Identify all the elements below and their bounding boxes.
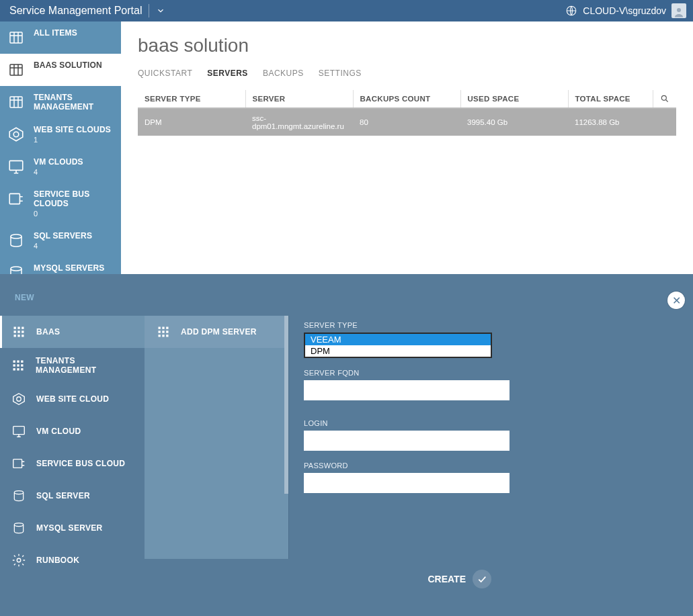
ov-cat-service-bus-cloud[interactable]: SERVICE BUS CLOUD [0, 447, 145, 480]
svg-rect-24 [17, 364, 19, 366]
ov-cat-vm-cloud[interactable]: VM CLOUD [0, 415, 145, 447]
service-bus-icon [11, 455, 27, 472]
svg-rect-26 [13, 368, 15, 370]
gear-icon [11, 552, 27, 568]
svg-point-33 [14, 523, 23, 527]
database-icon [11, 488, 27, 504]
top-bar: Service Management Portal CLOUD-V\sgruzd… [0, 0, 693, 21]
ov-cat-label: BAAS [36, 327, 60, 337]
avatar[interactable] [671, 3, 686, 18]
svg-rect-42 [162, 335, 164, 337]
tab-servers[interactable]: SERVERS [207, 69, 248, 78]
svg-rect-7 [9, 193, 19, 204]
col-backups-count[interactable]: BACKUPS COUNT [353, 90, 460, 108]
password-input[interactable] [304, 473, 509, 493]
svg-rect-41 [159, 335, 161, 337]
sidebar-item-sql-servers[interactable]: SQL SERVERS4 [0, 224, 121, 257]
tabs: QUICKSTART SERVERS BACKUPS SETTINGS [138, 69, 676, 78]
search-button[interactable] [653, 90, 677, 108]
sidebar-item-web-site-clouds[interactable]: WEB SITE CLOUDS1 [0, 118, 121, 150]
ov-cat-sql-server[interactable]: SQL SERVER [0, 480, 145, 512]
monitor-icon [11, 423, 27, 439]
table-row[interactable]: DPM ssc-dpm01.mngmt.azureline.ru 80 3995… [138, 108, 676, 136]
login-input[interactable] [304, 431, 509, 451]
svg-rect-3 [10, 64, 22, 75]
title-dropdown[interactable] [149, 4, 165, 17]
ov-cat-baas[interactable]: BAAS [0, 316, 145, 348]
svg-point-34 [17, 558, 21, 562]
svg-rect-28 [22, 368, 24, 370]
cell-total: 11263.88 Gb [568, 108, 676, 136]
ov-cat-mysql-server[interactable]: MYSQL SERVER [0, 512, 145, 544]
col-server[interactable]: SERVER [245, 90, 353, 108]
server-type-option-veeam[interactable]: VEEAM [305, 334, 491, 345]
scrollbar[interactable] [284, 316, 288, 494]
ov-cat-label: WEB SITE CLOUD [36, 394, 109, 404]
ov-action-add-dpm-server[interactable]: ADD DPM SERVER [145, 316, 288, 348]
sidebar-item-baas-solution[interactable]: BAAS SOLUTION [0, 54, 121, 86]
svg-rect-20 [13, 361, 15, 363]
server-type-label: SERVER TYPE [304, 321, 666, 329]
sidebar-item-vm-clouds[interactable]: VM CLOUDS4 [0, 150, 121, 183]
ov-cat-tenants[interactable]: TENANTS MANAGEMENT [0, 348, 145, 383]
svg-point-8 [11, 234, 22, 238]
ov-cat-label: MYSQL SERVER [36, 523, 103, 533]
svg-point-5 [13, 132, 19, 137]
create-button[interactable] [473, 570, 491, 588]
svg-rect-12 [17, 327, 19, 329]
fqdn-input[interactable] [304, 380, 509, 400]
svg-rect-30 [13, 427, 25, 435]
cell-used: 3995.40 Gb [460, 108, 568, 136]
col-server-type[interactable]: SERVER TYPE [138, 90, 245, 108]
app-title: Service Management Portal [9, 5, 142, 17]
svg-rect-39 [162, 331, 164, 333]
grid-icon [11, 324, 27, 340]
svg-point-9 [11, 267, 22, 271]
grid-icon [155, 324, 171, 340]
server-type-dropdown[interactable]: VEEAM DPM [304, 333, 492, 358]
svg-rect-11 [14, 327, 16, 329]
sidebar-item-count: 0 [34, 210, 114, 218]
ov-cat-label: RUNBOOK [36, 556, 79, 565]
user-name[interactable]: CLOUD-V\sgruzdov [583, 5, 666, 16]
fqdn-label: SERVER FQDN [304, 369, 666, 377]
svg-rect-38 [159, 331, 161, 333]
svg-rect-23 [13, 364, 15, 366]
close-button[interactable]: ✕ [667, 292, 685, 309]
col-total-space[interactable]: TOTAL SPACE [568, 90, 653, 108]
svg-rect-4 [10, 97, 22, 107]
server-type-option-dpm[interactable]: DPM [305, 345, 491, 357]
ov-cat-runbook[interactable]: RUNBOOK [0, 544, 145, 576]
monitor-icon [7, 157, 26, 176]
sidebar-item-label: MYSQL SERVERS [34, 263, 105, 273]
svg-rect-17 [14, 335, 16, 337]
tab-quickstart[interactable]: QUICKSTART [138, 69, 192, 78]
cloud-icon [7, 125, 26, 144]
sidebar-item-label: SQL SERVERS [34, 231, 92, 240]
svg-rect-2 [10, 32, 22, 43]
sidebar-item-all-items[interactable]: ALL ITEMS [0, 21, 121, 54]
svg-rect-18 [17, 335, 19, 337]
svg-rect-16 [22, 331, 24, 333]
sidebar-item-label: VM CLOUDS [34, 157, 83, 167]
col-used-space[interactable]: USED SPACE [460, 90, 568, 108]
cloud-icon [11, 391, 27, 407]
sidebar-item-tenants-management[interactable]: TENANTS MANAGEMENT [0, 86, 121, 118]
sidebar-item-label: ALL ITEMS [34, 28, 77, 38]
sidebar-item-label: BAAS SOLUTION [34, 60, 102, 70]
database-icon [11, 520, 27, 536]
ov-cat-web-site-cloud[interactable]: WEB SITE CLOUD [0, 383, 145, 415]
tab-backups[interactable]: BACKUPS [263, 69, 304, 78]
svg-rect-13 [22, 327, 24, 329]
grid-icon [7, 93, 26, 112]
overlay-title: NEW [15, 293, 34, 302]
sidebar-item-count: 4 [34, 168, 83, 176]
globe-icon[interactable] [565, 5, 577, 17]
database-icon [7, 231, 26, 250]
service-bus-icon [7, 189, 26, 208]
svg-rect-31 [13, 459, 22, 468]
ov-cat-label: TENANTS MANAGEMENT [36, 356, 134, 375]
sidebar-item-service-bus-clouds[interactable]: SERVICE BUS CLOUDS0 [0, 183, 121, 224]
tab-settings[interactable]: SETTINGS [319, 69, 362, 78]
svg-rect-36 [162, 327, 164, 329]
